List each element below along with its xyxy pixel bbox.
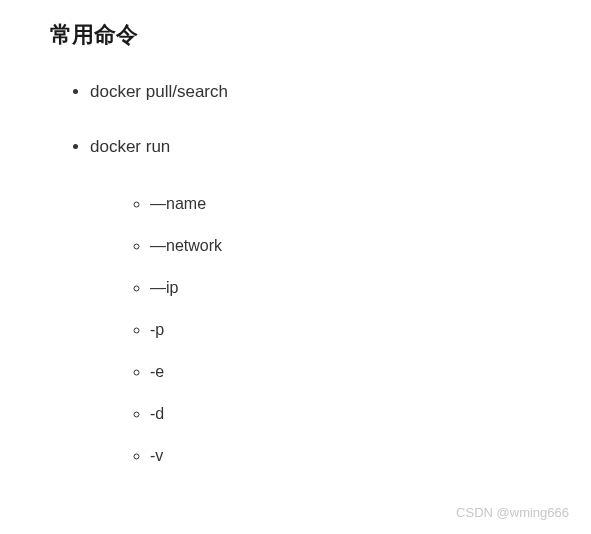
list-item-label: docker pull/search [90, 82, 228, 101]
list-item-label: docker run [90, 137, 170, 156]
option-item: -d [150, 402, 541, 426]
option-list: —name —network —ip -p -e -d -v [90, 192, 541, 468]
section-heading: 常用命令 [50, 20, 541, 50]
option-item: —ip [150, 276, 541, 300]
option-item: -v [150, 444, 541, 468]
option-item: -p [150, 318, 541, 342]
command-list: docker pull/search docker run —name —net… [50, 78, 541, 468]
option-item: —name [150, 192, 541, 216]
watermark: CSDN @wming666 [456, 505, 569, 520]
option-item: —network [150, 234, 541, 258]
list-item: docker pull/search [90, 78, 541, 105]
option-item: -e [150, 360, 541, 384]
list-item: docker run —name —network —ip -p -e -d -… [90, 133, 541, 468]
